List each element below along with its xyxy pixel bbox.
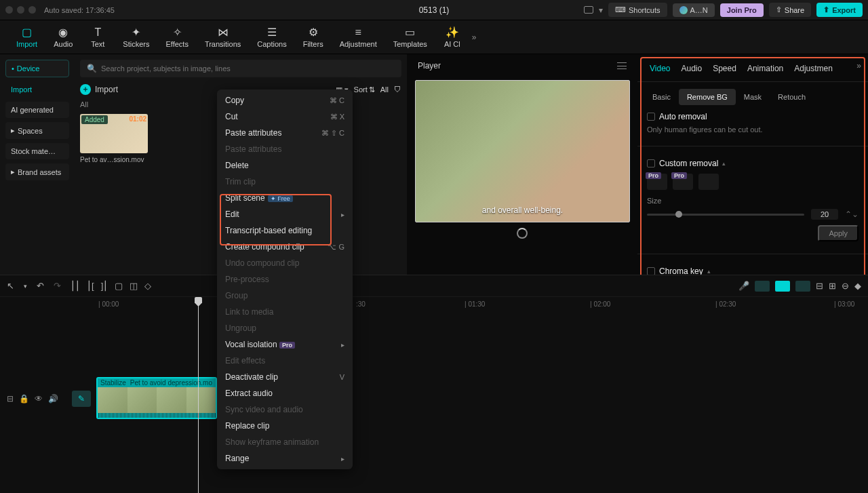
ctx-transcript[interactable]: Transcript-based editing [217,222,353,239]
removal-option-1[interactable]: Pro [647,174,667,190]
keyboard-icon: ⌨ [615,5,626,14]
sidebar-stock[interactable]: Stock mate… [5,143,69,159]
sidebar-brand[interactable]: ▸ Brand assets [5,163,69,180]
link-icon[interactable]: ⊞ [829,281,836,291]
tool-templates[interactable]: ▭Templates [385,26,435,48]
sidebar-import[interactable]: Import [5,81,69,98]
size-slider[interactable] [647,214,804,216]
removal-option-2[interactable]: Pro [673,174,693,190]
join-pro-button[interactable]: Join Pro [720,3,764,17]
ctx-compound[interactable]: Create compound clip⌥ G [217,239,353,255]
tool-audio[interactable]: ◉Audio [45,26,81,48]
auto-removal-toggle[interactable]: Auto removal [647,112,859,121]
track-eye-icon[interactable]: 👁 [35,394,43,403]
subtab-removebg[interactable]: Remove BG [679,89,736,105]
display-icon[interactable] [584,6,593,14]
snap-tool-3[interactable] [795,281,810,292]
snap-tool-2[interactable] [775,281,790,292]
import-media-button[interactable]: + Import [80,84,118,95]
removal-option-3[interactable] [698,174,719,190]
tool-adjustment[interactable]: ≡Adjustment [332,26,385,48]
share-button[interactable]: ⇧ Share [769,3,811,17]
size-value[interactable]: 20 [811,209,838,220]
timeline-clip[interactable]: Stabilize Pet to avoid depression.mo [96,377,217,419]
tab-animation[interactable]: Animation [742,61,789,76]
ctx-extract[interactable]: Extract audio [217,385,353,401]
media-thumbnail[interactable]: Added 01:02 Pet to av…ssion.mov [80,114,148,163]
tool-effects[interactable]: ✧Effects [157,26,196,48]
delete-tool[interactable]: ▢ [115,281,123,291]
tool-stickers[interactable]: ✦Stickers [115,26,157,48]
sidebar-device[interactable]: • Device [5,60,69,77]
cursor-dropdown[interactable]: ▾ [24,283,27,290]
tool-import[interactable]: ▢Import [8,26,45,48]
shortcuts-button[interactable]: ⌨ Shortcuts [608,3,667,17]
ctx-split-scene[interactable]: Split scene✦ Free [217,190,353,206]
ctx-range[interactable]: Range▸ [217,450,353,467]
ctx-preprocess: Pre-process [217,271,353,288]
ctx-cut[interactable]: Cut⌘ X [217,109,353,125]
ctx-paste-attributes[interactable]: Paste attributes⌘ ⇧ C [217,125,353,141]
sidebar-spaces[interactable]: ▸ Spaces [5,122,69,139]
toolbar-more-icon[interactable]: » [472,33,477,42]
ctx-edit[interactable]: Edit▸ [217,206,353,222]
ctx-vocal[interactable]: Vocal isolation Pro▸ [217,336,353,353]
ctx-undo-compound: Undo compound clip [217,255,353,271]
tab-audio[interactable]: Audio [675,61,707,76]
filters-icon: ⚙ [307,26,320,39]
timeline-ruler[interactable]: | 00:00 :30 | 01:30 | 02:00 | 02:30 | 03… [0,297,868,311]
crop-tool[interactable]: ◫ [130,281,138,291]
mic-icon[interactable]: 🎤 [738,281,749,291]
export-icon: ⬆ [823,5,829,14]
user-badge[interactable]: A…N [673,3,715,17]
tool-ai[interactable]: ✨AI Cl [435,26,469,48]
marker-tool[interactable]: ◇ [144,281,151,291]
subtab-basic[interactable]: Basic [644,89,679,105]
undo-button[interactable]: ↶ [37,281,44,291]
stepper-icon[interactable]: ⌃⌄ [845,210,859,219]
tab-adjustment[interactable]: Adjustmen [789,61,838,76]
track-mute-icon[interactable]: 🔊 [48,394,58,403]
ctx-copy[interactable]: Copy⌘ C [217,92,353,109]
playhead[interactable] [198,297,199,493]
trim-right-tool[interactable]: ]⎮ [101,281,108,291]
sidebar-ai-generated[interactable]: AI generated [5,102,69,118]
ctx-replace[interactable]: Replace clip [217,418,353,434]
magnet-icon[interactable]: ⊟ [816,281,823,291]
window-controls[interactable] [5,6,36,14]
tab-video[interactable]: Video [644,61,675,76]
track-lock-icon[interactable]: 🔒 [19,394,29,403]
checkbox-icon[interactable] [647,113,655,121]
ctx-keyframe: Show keyframe animation [217,434,353,450]
export-button[interactable]: ⬆ Export [816,3,863,17]
tool-text[interactable]: TText [81,26,115,48]
sort-button[interactable]: Sort ⇅ [354,85,375,94]
tabs-more-icon[interactable]: » [856,61,861,76]
tool-captions[interactable]: ☰Captions [249,26,294,48]
track-edit-button[interactable]: ✎ [72,391,91,407]
video-preview[interactable]: and overall well-being. [415,80,630,222]
adjustment-icon: ≡ [351,26,365,39]
snap-tool-1[interactable] [755,281,770,292]
tool-filters[interactable]: ⚙Filters [295,26,332,48]
cursor-tool[interactable]: ↖ [7,281,14,291]
filter-all-button[interactable]: All [380,85,389,94]
zoom-out-icon[interactable]: ⊖ [842,281,849,291]
search-input[interactable]: 🔍 [80,60,401,77]
checkbox-icon[interactable] [647,159,655,167]
fit-icon[interactable]: ◆ [854,281,861,291]
split-tool[interactable]: ⎮⎮ [71,281,80,291]
redo-button[interactable]: ↷ [54,281,61,291]
tool-transitions[interactable]: ⋈Transitions [197,26,249,48]
apply-button[interactable]: Apply [818,225,859,241]
filter-icon[interactable]: ⛉ [394,85,401,94]
trim-left-tool[interactable]: ⎮[ [87,281,94,291]
subtab-retouch[interactable]: Retouch [770,89,814,105]
player-menu-icon[interactable] [617,62,627,69]
track-collapse-icon[interactable]: ⊟ [7,394,14,403]
ctx-deactivate[interactable]: Deactivate clipV [217,369,353,385]
tab-speed[interactable]: Speed [707,61,742,76]
subtab-mask[interactable]: Mask [736,89,770,105]
ctx-delete[interactable]: Delete [217,157,353,174]
custom-removal-toggle[interactable]: Custom removal ▴ [647,159,859,168]
